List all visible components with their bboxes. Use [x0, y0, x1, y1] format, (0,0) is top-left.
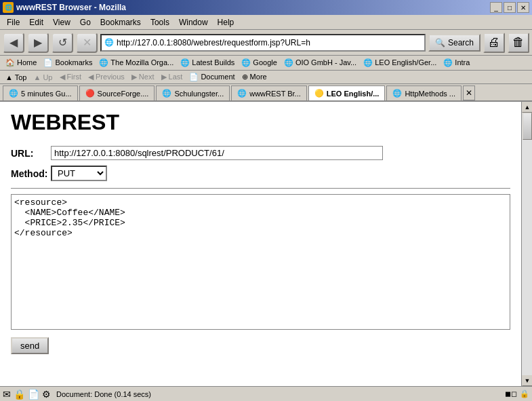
content-wrapper: WEBREST URL: Method: PUT GET POST DELETE…	[0, 102, 532, 386]
address-icon: 🌐	[104, 38, 114, 47]
tab-label-http: HttpMethods ...	[405, 90, 455, 98]
main-content: WEBREST URL: Method: PUT GET POST DELETE…	[0, 102, 521, 386]
search-label: Search	[448, 38, 474, 47]
tab-leo[interactable]: 🟡 LEO English/...	[308, 85, 386, 100]
status-text: Document: Done (0.14 secs)	[56, 390, 499, 398]
page-title: WEBREST	[11, 110, 510, 135]
nav-previous[interactable]: ◀ Previous	[85, 72, 127, 82]
status-resize-icon: ◼◻	[505, 389, 517, 398]
bookmark-mozilla[interactable]: 🌐 The Mozilla Orga...	[96, 58, 176, 68]
menu-bookmarks[interactable]: Bookmarks	[96, 16, 145, 28]
scroll-up-button[interactable]: ▲	[522, 102, 532, 113]
tab-schulung[interactable]: 🌐 Schulungster...	[156, 85, 230, 100]
nav-up[interactable]: ▲ Up	[30, 73, 55, 82]
stop-button[interactable]: ✕	[76, 33, 98, 53]
back-button[interactable]: ◀	[3, 33, 24, 53]
menubar: File Edit View Go Bookmarks Tools Window…	[0, 15, 532, 30]
tab-label-webrest: wwwREST Br...	[249, 90, 301, 98]
maximize-button[interactable]: □	[504, 2, 516, 13]
address-bar[interactable]: 🌐	[100, 34, 426, 52]
tab-label-5minutes: 5 minutes Gu...	[21, 90, 72, 98]
bookmarks-bar: 🏠 Home 📄 Bookmarks 🌐 The Mozilla Orga...…	[0, 56, 532, 71]
bookmark-home[interactable]: 🏠 Home	[3, 58, 39, 68]
tab-icon-http: 🌐	[392, 89, 402, 98]
tab-webrest[interactable]: 🌐 wwwREST Br...	[231, 85, 307, 100]
nav-next[interactable]: ▶ Next	[129, 72, 157, 82]
navbar: ▲ Top ▲ Up ◀ First ◀ Previous ▶ Next ▶ L…	[0, 71, 532, 84]
tab-icon-schulung: 🌐	[162, 89, 171, 98]
scroll-down-button[interactable]: ▼	[522, 375, 532, 386]
bookmark-oio[interactable]: 🌐 OIO GmbH - Jav...	[281, 58, 359, 68]
nav-document[interactable]: 📄 Document	[186, 72, 237, 82]
minimize-button[interactable]: _	[490, 2, 502, 13]
url-row: URL:	[11, 146, 510, 160]
method-row: Method: PUT GET POST DELETE	[11, 166, 510, 181]
nav-more[interactable]: ⊕ More	[239, 72, 270, 82]
app-icon: 🌐	[3, 2, 14, 13]
nav-top[interactable]: ▲ Top	[3, 73, 29, 82]
scroll-track[interactable]	[522, 113, 532, 375]
titlebar-left: 🌐 wwwREST Browser - Mozilla	[3, 2, 126, 13]
scroll-thumb[interactable]	[523, 113, 532, 140]
send-button[interactable]: send	[11, 337, 49, 354]
statusbar: ✉ 🔒 📄 ⚙ Document: Done (0.14 secs) ◼◻ 🔒	[0, 386, 532, 401]
form-divider	[11, 188, 510, 189]
bookmark-builds[interactable]: 🌐 Latest Builds	[178, 58, 237, 68]
status-icon-4: ⚙	[42, 389, 51, 400]
method-label: Method:	[11, 168, 48, 179]
tab-icon-sourceforge: 🔴	[85, 89, 95, 98]
status-icon-2: 🔒	[14, 389, 25, 400]
method-select-wrapper[interactable]: PUT GET POST DELETE	[51, 166, 107, 181]
tab-sourceforge[interactable]: 🔴 SourceForge....	[79, 85, 155, 100]
bookmark-bookmarks[interactable]: 📄 Bookmarks	[41, 58, 95, 68]
tab-icon-leo: 🟡	[314, 89, 324, 98]
send-button-wrapper: send	[11, 332, 510, 354]
menu-view[interactable]: View	[49, 16, 75, 28]
nav-first[interactable]: ◀ First	[57, 72, 84, 82]
menu-window[interactable]: Window	[175, 16, 212, 28]
status-lock-icon: 🔒	[520, 389, 529, 398]
status-icon-1: ✉	[3, 389, 11, 400]
menu-tools[interactable]: Tools	[146, 16, 173, 28]
method-select[interactable]: PUT GET POST DELETE	[52, 167, 106, 180]
tab-5minutes[interactable]: 🌐 5 minutes Gu...	[3, 85, 78, 100]
bookmark-google[interactable]: 🌐 Google	[239, 58, 280, 68]
scrollbar[interactable]: ▲ ▼	[521, 102, 532, 386]
window-title: wwwREST Browser - Mozilla	[16, 3, 126, 12]
reload-button[interactable]: ↺	[52, 33, 73, 53]
tab-http[interactable]: 🌐 HttpMethods ...	[386, 85, 462, 100]
titlebar: 🌐 wwwREST Browser - Mozilla _ □ ✕	[0, 0, 532, 15]
url-input[interactable]	[51, 146, 383, 160]
url-label: URL:	[11, 148, 48, 159]
tab-label-sourceforge: SourceForge....	[98, 90, 149, 98]
close-button[interactable]: ✕	[517, 2, 529, 13]
status-icons: ✉ 🔒 📄 ⚙	[3, 389, 51, 400]
tab-label-schulung: Schulungster...	[174, 90, 224, 98]
print-button[interactable]: 🖨	[483, 33, 505, 53]
titlebar-buttons[interactable]: _ □ ✕	[490, 2, 529, 13]
search-icon: 🔍	[435, 38, 445, 47]
tab-icon-5minutes: 🌐	[9, 89, 18, 98]
nav-last[interactable]: ▶ Last	[159, 72, 186, 82]
tab-label-leo: LEO English/...	[327, 90, 380, 98]
tab-icon-webrest: 🌐	[237, 89, 247, 98]
menu-help[interactable]: Help	[213, 16, 239, 28]
tabs-close-button[interactable]: ✕	[463, 85, 475, 100]
status-icon-3: 📄	[28, 389, 39, 400]
body-textarea[interactable]	[11, 194, 510, 330]
forward-button[interactable]: ▶	[27, 33, 49, 53]
search-button[interactable]: 🔍 Search	[428, 34, 480, 52]
toolbar: ◀ ▶ ↺ ✕ 🌐 🔍 Search 🖨 🗑	[0, 30, 532, 56]
trash-button[interactable]: 🗑	[508, 33, 529, 53]
bookmark-intra[interactable]: 🌐 Intra	[441, 58, 472, 68]
tabs-bar: 🌐 5 minutes Gu... 🔴 SourceForge.... 🌐 Sc…	[0, 84, 532, 102]
menu-file[interactable]: File	[3, 16, 24, 28]
bookmark-leo[interactable]: 🌐 LEO English/Ger...	[361, 58, 439, 68]
menu-edit[interactable]: Edit	[25, 16, 47, 28]
menu-go[interactable]: Go	[76, 16, 95, 28]
status-right: ◼◻ 🔒	[505, 389, 529, 398]
address-input[interactable]	[117, 38, 422, 47]
